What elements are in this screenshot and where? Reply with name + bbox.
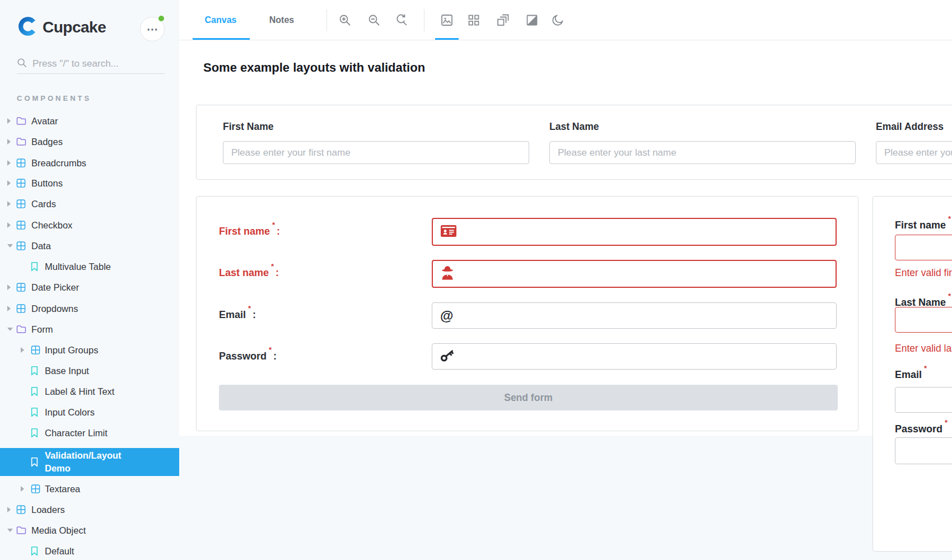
last-name-input[interactable] — [895, 307, 952, 333]
sidebar: Cupcake ⋯ COMPONENTS Avatar Badges — [0, 0, 179, 560]
password-input[interactable] — [432, 343, 837, 370]
password-label: Password* — [895, 422, 948, 435]
folder-icon — [16, 526, 26, 535]
chevron-right-icon[interactable] — [7, 201, 11, 207]
logo[interactable]: Cupcake — [17, 16, 106, 39]
sidebar-item-textarea[interactable]: Textarea — [0, 478, 179, 499]
chevron-down-icon[interactable] — [7, 529, 13, 532]
id-card-icon — [441, 225, 456, 239]
doc-bookmark-icon — [31, 458, 38, 467]
sidebar-item-data[interactable]: Data — [0, 235, 179, 256]
sidebar-item-dropdowns[interactable]: Dropdowns — [0, 298, 179, 319]
sidebar-item-avatar[interactable]: Avatar — [0, 110, 179, 131]
component-icon — [16, 241, 26, 250]
last-name-error: Enter valid last name — [895, 343, 952, 354]
sidebar-item-label-hint-text[interactable]: Label & Hint Text — [0, 381, 179, 402]
notification-dot — [157, 15, 165, 22]
sidebar-item-media-object[interactable]: Media Object — [0, 520, 179, 540]
tab-canvas[interactable]: Canvas — [193, 0, 249, 40]
sidebar-item-badges[interactable]: Badges — [0, 131, 179, 152]
sidebar-item-default[interactable]: Default — [0, 540, 179, 560]
sidebar-item-multivalue-table[interactable]: Multivalue Table — [0, 256, 179, 277]
first-name-label: First Name — [223, 121, 273, 133]
at-sign-icon: @ — [440, 308, 453, 324]
search-input[interactable] — [32, 58, 156, 69]
folder-icon — [16, 116, 26, 125]
chevron-right-icon[interactable] — [7, 284, 11, 290]
dark-mode-moon-icon[interactable] — [551, 13, 564, 27]
password-input[interactable] — [895, 437, 952, 464]
doc-bookmark-icon — [31, 546, 38, 556]
sidebar-item-date-picker[interactable]: Date Picker — [0, 277, 179, 297]
folder-icon — [16, 137, 26, 146]
doc-bookmark-icon — [31, 366, 38, 375]
sidebar-item-validation-layout-demo[interactable]: Validation/Layout Demo — [0, 448, 179, 476]
email-address-input[interactable] — [876, 141, 952, 164]
tab-notes[interactable]: Notes — [260, 0, 303, 40]
component-icon — [16, 282, 26, 292]
toolbar-separator — [326, 9, 327, 31]
sidebar-item-loaders[interactable]: Loaders — [0, 499, 179, 520]
first-name-input[interactable] — [895, 235, 952, 260]
active-addon-indicator — [435, 38, 459, 40]
folder-icon — [16, 325, 26, 334]
sidebar-item-cards[interactable]: Cards — [0, 193, 179, 214]
component-icon — [31, 484, 40, 493]
chevron-right-icon[interactable] — [7, 222, 11, 228]
password-label: Password*: — [219, 349, 277, 362]
first-name-input[interactable] — [432, 218, 837, 246]
doc-bookmark-icon — [31, 407, 38, 417]
email-address-label: Email Address — [876, 121, 944, 133]
sidebar-item-breadcrumbs[interactable]: Breadcrumbs — [0, 152, 179, 173]
chevron-right-icon[interactable] — [7, 139, 11, 144]
story-heading: Some example layouts with validation — [203, 60, 425, 75]
sidebar-item-checkbox[interactable]: Checkbox — [0, 214, 179, 235]
stacked-squares-icon[interactable] — [496, 13, 510, 27]
component-icon — [31, 345, 40, 354]
chevron-right-icon[interactable] — [7, 180, 11, 186]
send-form-button[interactable]: Send form — [219, 385, 838, 410]
chevron-down-icon[interactable] — [7, 244, 13, 248]
zoom-out-icon[interactable] — [367, 13, 381, 27]
chevron-right-icon[interactable] — [7, 507, 11, 512]
sidebar-item-base-input[interactable]: Base Input — [0, 360, 179, 381]
component-icon — [16, 505, 26, 514]
reset-zoom-icon[interactable] — [395, 13, 408, 27]
email-input[interactable]: @ — [432, 302, 837, 329]
last-name-input[interactable] — [432, 260, 837, 288]
chevron-right-icon[interactable] — [7, 160, 11, 166]
grid-icon[interactable] — [467, 13, 480, 27]
zoom-in-icon[interactable] — [338, 13, 352, 27]
first-name-label: First name* — [895, 218, 951, 231]
diff-half-square-icon[interactable] — [525, 13, 539, 27]
component-icon — [16, 220, 26, 230]
app-root: Cupcake ⋯ COMPONENTS Avatar Badges — [0, 0, 952, 560]
email-input[interactable] — [895, 387, 952, 413]
component-icon — [16, 304, 26, 313]
sidebar-item-character-limit[interactable]: Character Limit — [0, 422, 179, 443]
last-name-input[interactable] — [549, 141, 856, 164]
email-label: Email*: — [219, 307, 256, 321]
canvas-toolbar: Canvas Notes — [179, 0, 952, 40]
doc-bookmark-icon — [31, 262, 38, 271]
chevron-right-icon[interactable] — [7, 306, 11, 311]
chevron-right-icon[interactable] — [21, 486, 24, 492]
component-icon — [16, 199, 26, 208]
sidebar-item-form[interactable]: Form — [0, 319, 179, 339]
chevron-right-icon[interactable] — [7, 118, 11, 124]
email-label: Email* — [895, 367, 927, 381]
horizontal-form-card: First Name Last Name Email Address — [196, 105, 952, 180]
background-image-icon[interactable] — [440, 13, 454, 27]
first-name-label: First name*: — [219, 224, 280, 237]
chevron-right-icon[interactable] — [21, 347, 24, 353]
first-name-input[interactable] — [223, 141, 529, 164]
chevron-down-icon[interactable] — [7, 328, 13, 331]
component-icon — [16, 158, 26, 167]
doc-bookmark-icon — [31, 428, 38, 437]
sidebar-item-buttons[interactable]: Buttons — [0, 172, 179, 193]
components-section-heading: COMPONENTS — [17, 94, 91, 102]
logo-text: Cupcake — [43, 18, 106, 36]
sidebar-item-input-groups[interactable]: Input Groups — [0, 339, 179, 360]
sidebar-item-input-colors[interactable]: Input Colors — [0, 402, 179, 422]
cupcake-logo-icon — [17, 16, 38, 39]
